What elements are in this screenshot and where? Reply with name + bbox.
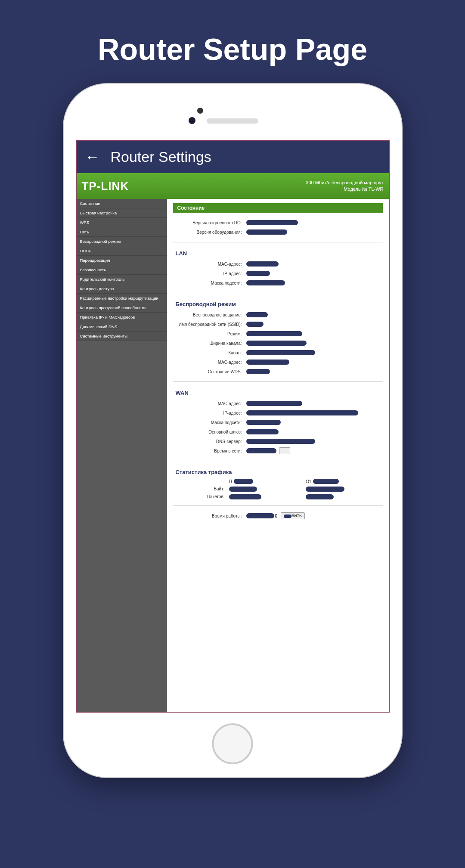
- label-wan-ip: IP-адрес:: [173, 411, 246, 415]
- sidebar-item-access[interactable]: Контроль доступа: [77, 284, 167, 294]
- screen: ← Router Settings TP-LINK 300 Мбит/с бес…: [76, 140, 390, 713]
- label-wifi-width: Ширина канала:: [173, 341, 246, 346]
- value-bytes-tx-redacted: [306, 487, 344, 492]
- app-header-title: Router Settings: [111, 149, 211, 165]
- sidebar-item-forwarding[interactable]: Переадресация: [77, 256, 167, 265]
- refresh-button[interactable]: ВИТЬ: [281, 512, 305, 519]
- banner-subtitle: 300 Мбит/с беспроводной маршрут Модель №…: [306, 180, 383, 193]
- home-button[interactable]: [212, 723, 253, 764]
- runtime-suffix: 0: [275, 514, 278, 518]
- divider: [173, 293, 383, 293]
- label-firmware: Версия встроенного ПО:: [173, 220, 246, 225]
- label-wifi-mac: MAC-адрес:: [173, 360, 246, 365]
- value-wan-ip-redacted: [246, 410, 358, 415]
- sidebar-item-routing[interactable]: Расширенные настройки маршрутизации: [77, 294, 167, 303]
- sidebar-item-parental[interactable]: Родительский контроль: [77, 275, 167, 284]
- phone-frame: ← Router Settings TP-LINK 300 Мбит/с бес…: [64, 84, 402, 777]
- sidebar-item-wireless[interactable]: Беспроводной режим: [77, 237, 167, 246]
- label-wan-mask: Маска подсети:: [173, 420, 246, 425]
- sidebar-item-wps[interactable]: WPS: [77, 218, 167, 227]
- label-wan-uptime: Время в сети:: [173, 449, 246, 453]
- value-wifi-broadcast-redacted: [246, 312, 268, 317]
- label-wifi-mode: Режим:: [173, 332, 246, 336]
- value-bytes-rx-redacted: [229, 487, 257, 492]
- label-runtime: Время работы:: [173, 514, 246, 518]
- value-wifi-width-redacted: [246, 341, 307, 346]
- row-firmware: Версия встроенного ПО:: [173, 219, 383, 226]
- value-hardware-redacted: [246, 229, 287, 235]
- traffic-header-row: П От: [173, 479, 383, 484]
- brand-logo: TP-LINK: [82, 180, 129, 193]
- label-packets: Пакетов:: [173, 494, 229, 499]
- sidebar-item-security[interactable]: Безопасность: [77, 265, 167, 275]
- traffic-col-tx: От: [306, 479, 383, 484]
- label-lan-mask: Маска подсети:: [173, 281, 246, 285]
- value-wifi-ssid-redacted: [246, 322, 264, 327]
- label-wifi-broadcast: Беспроводное вещание:: [173, 313, 246, 317]
- value-wifi-wds-redacted: [246, 369, 270, 374]
- value-wan-mac-redacted: [246, 401, 302, 406]
- value-runtime-redacted: [246, 513, 274, 518]
- value-lan-mask-redacted: [246, 280, 285, 285]
- title-lan: LAN: [176, 250, 383, 257]
- value-wifi-mode-redacted: [246, 331, 302, 336]
- title-traffic: Статистика трафика: [176, 469, 383, 475]
- value-wifi-mac-redacted: [246, 360, 289, 365]
- label-wifi-channel: Канал:: [173, 350, 246, 355]
- sidebar-item-ipmac[interactable]: Привязка IP- и MAC-адресов: [77, 313, 167, 322]
- router-banner: TP-LINK 300 Мбит/с беспроводной маршрут …: [77, 173, 389, 199]
- banner-subtitle-bottom: Модель № TL-WR: [306, 186, 383, 192]
- value-packets-tx-redacted: [306, 494, 334, 499]
- divider: [173, 381, 383, 382]
- divider: [173, 242, 383, 242]
- section-head-status: Состояние: [173, 203, 383, 213]
- value-wifi-channel-redacted: [246, 350, 315, 355]
- sidebar-item-quicksetup[interactable]: Быстрая настройка: [77, 208, 167, 218]
- sidebar-item-bandwidth[interactable]: Контроль пропускной способности: [77, 303, 167, 313]
- value-wan-mask-redacted: [246, 420, 281, 425]
- sidebar-item-network[interactable]: Сеть: [77, 227, 167, 237]
- page-title: Router Setup Page: [0, 0, 465, 84]
- value-firmware-redacted: [246, 220, 298, 225]
- label-bytes: Байт:: [173, 487, 229, 492]
- value-packets-rx-redacted: [229, 494, 261, 499]
- divider: [173, 461, 383, 461]
- label-wan-mac: MAC-адрес:: [173, 401, 246, 406]
- back-arrow-icon[interactable]: ←: [85, 149, 100, 165]
- router-body: Состояние Быстрая настройка WPS Сеть Бес…: [77, 199, 389, 712]
- value-lan-mac-redacted: [246, 261, 279, 267]
- wan-action-button[interactable]: [279, 447, 291, 454]
- label-lan-mac: MAC-адрес:: [173, 262, 246, 267]
- sidebar-item-system[interactable]: Системные инструменты: [77, 332, 167, 341]
- sidebar-item-status[interactable]: Состояние: [77, 199, 167, 208]
- label-lan-ip: IP-адрес:: [173, 271, 246, 276]
- sidebar-item-dhcp[interactable]: DHCP: [77, 246, 167, 256]
- sidebar-item-ddns[interactable]: Динамический DNS: [77, 322, 167, 332]
- label-wan-gw: Основной шлюз:: [173, 430, 246, 434]
- label-wan-dns: DNS-сервер:: [173, 439, 246, 444]
- app-header: ← Router Settings: [77, 141, 389, 173]
- divider: [173, 505, 383, 506]
- phone-camera-dot: [197, 108, 203, 114]
- label-wifi-wds: Состояние WDS:: [173, 369, 246, 374]
- sidebar: Состояние Быстрая настройка WPS Сеть Бес…: [77, 199, 167, 712]
- phone-speaker: [207, 118, 258, 124]
- value-wan-uptime-redacted: [246, 448, 276, 453]
- title-wan: WAN: [176, 390, 383, 396]
- label-hardware: Версия оборудования:: [173, 230, 246, 235]
- phone-sensor-dot: [189, 117, 195, 124]
- value-wan-gw-redacted: [246, 429, 279, 434]
- main-content: Состояние Версия встроенного ПО: Версия …: [167, 199, 389, 712]
- value-wan-dns-redacted: [246, 439, 315, 444]
- label-wifi-ssid: Имя беспроводной сети (SSID):: [173, 322, 246, 327]
- row-hardware: Версия оборудования:: [173, 228, 383, 236]
- banner-subtitle-top: 300 Мбит/с беспроводной маршрут: [306, 180, 383, 186]
- title-wireless: Беспроводной режим: [176, 301, 383, 307]
- value-lan-ip-redacted: [246, 271, 270, 276]
- traffic-col-rx: П: [229, 479, 306, 484]
